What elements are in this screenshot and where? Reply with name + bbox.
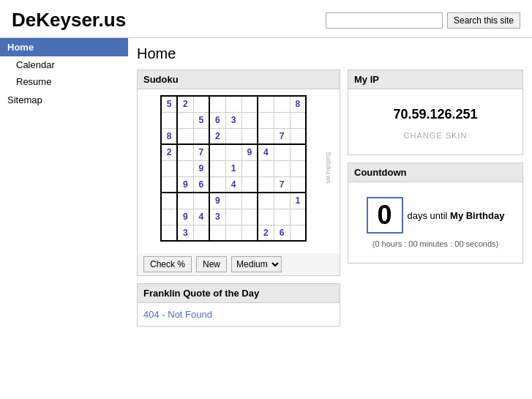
check-button[interactable]: Check % [143, 256, 192, 272]
sudoku-cell[interactable]: 4 [193, 209, 209, 225]
sudoku-cell[interactable] [209, 176, 225, 193]
sudoku-cell[interactable]: 3 [209, 209, 225, 225]
search-button[interactable]: Search this site [447, 12, 520, 29]
sudoku-cell[interactable] [177, 160, 193, 176]
sudoku-cell[interactable] [258, 112, 274, 128]
sudoku-cell[interactable] [209, 96, 225, 112]
sudoku-cell[interactable] [290, 128, 306, 144]
countdown-panel: Countdown 0 days until My Birthday [348, 163, 523, 264]
sudoku-cell[interactable] [193, 193, 209, 209]
sudoku-cell[interactable] [193, 225, 209, 241]
sudoku-cell[interactable] [161, 209, 177, 225]
sudoku-cell[interactable] [258, 160, 274, 176]
sudoku-cell[interactable] [274, 209, 290, 225]
sidebar-item-sitemap[interactable]: Sitemap [0, 90, 128, 110]
sudoku-cell[interactable] [225, 193, 241, 209]
sudoku-cell[interactable] [258, 128, 274, 144]
sudoku-cell[interactable]: 2 [209, 128, 225, 144]
sudoku-cell[interactable]: 9 [177, 176, 193, 193]
sudoku-cell[interactable] [177, 128, 193, 144]
sudoku-cell[interactable]: 7 [193, 144, 209, 160]
sudoku-cell[interactable]: 6 [274, 225, 290, 241]
sudoku-cell[interactable] [177, 144, 193, 160]
sudoku-cell[interactable] [193, 128, 209, 144]
sudoku-cell[interactable]: 9 [193, 160, 209, 176]
sudoku-cell[interactable]: 1 [225, 160, 241, 176]
sudoku-cell[interactable] [241, 128, 258, 144]
sudoku-cell[interactable] [177, 193, 193, 209]
sudoku-cell[interactable]: 9 [177, 209, 193, 225]
search-input[interactable] [326, 12, 443, 29]
sudoku-cell[interactable] [290, 176, 306, 193]
sudoku-cell[interactable]: 4 [258, 144, 274, 160]
sudoku-cell[interactable] [290, 112, 306, 128]
sudoku-cell[interactable]: 7 [274, 128, 290, 144]
sidebar: Home Calendar Resume Sitemap [0, 38, 128, 334]
sudoku-cell[interactable] [225, 128, 241, 144]
sidebar-item-resume[interactable]: Resume [0, 73, 128, 90]
sudoku-cell[interactable] [274, 96, 290, 112]
change-skin-label[interactable]: CHANGE SKIN [354, 128, 517, 149]
sudoku-cell[interactable] [290, 144, 306, 160]
sidebar-item-home[interactable]: Home [0, 38, 128, 56]
sudoku-cell[interactable] [241, 112, 258, 128]
sudoku-cell[interactable]: 3 [225, 112, 241, 128]
sudoku-cell[interactable] [241, 225, 258, 241]
site-title: DeKeyser.us [12, 9, 126, 31]
sidebar-item-calendar[interactable]: Calendar [0, 56, 128, 73]
countdown-body: 0 days until My Birthday (0 hours : 00 m… [354, 188, 517, 257]
sudoku-cell[interactable] [290, 209, 306, 225]
quote-link[interactable]: 404 - Not Found [143, 309, 212, 320]
sudoku-cell[interactable]: 2 [258, 225, 274, 241]
sudoku-cell[interactable]: 2 [177, 96, 193, 112]
difficulty-select[interactable]: EasyMediumHard [231, 256, 282, 272]
sudoku-cell[interactable]: 5 [161, 96, 177, 112]
sudoku-cell[interactable] [161, 112, 177, 128]
sudoku-cell[interactable] [241, 176, 258, 193]
sudoku-cell[interactable] [258, 193, 274, 209]
sudoku-cell[interactable] [161, 176, 177, 193]
sudoku-cell[interactable] [225, 225, 241, 241]
sudoku-cell[interactable] [258, 176, 274, 193]
sudoku-cell[interactable] [241, 209, 258, 225]
sudoku-cell[interactable] [209, 225, 225, 241]
sudoku-cell[interactable] [161, 225, 177, 241]
sudoku-cell[interactable] [209, 160, 225, 176]
sudoku-cell[interactable]: 7 [274, 176, 290, 193]
countdown-sub: (0 hours : 00 minutes : 00 seconds) [372, 239, 498, 248]
sudoku-cell[interactable] [241, 96, 258, 112]
sudoku-cell[interactable] [274, 144, 290, 160]
sudoku-cell[interactable] [274, 193, 290, 209]
sudoku-cell[interactable]: 9 [241, 144, 258, 160]
sudoku-cell[interactable]: 6 [193, 176, 209, 193]
new-button[interactable]: New [196, 256, 227, 272]
sudoku-cell[interactable]: 9 [209, 193, 225, 209]
sudoku-cell[interactable] [241, 160, 258, 176]
sudoku-cell[interactable] [225, 144, 241, 160]
sudoku-cell[interactable]: 8 [290, 96, 306, 112]
sudoku-cell[interactable] [177, 112, 193, 128]
sudoku-cell[interactable] [274, 112, 290, 128]
sudoku-cell[interactable]: 6 [209, 112, 225, 128]
sudoku-cell[interactable] [209, 144, 225, 160]
sudoku-cell[interactable]: 2 [161, 144, 177, 160]
sudoku-cell[interactable] [225, 96, 241, 112]
sudoku-cell[interactable] [274, 160, 290, 176]
sudoku-cell[interactable]: 8 [161, 128, 177, 144]
sudoku-cell[interactable]: 5 [193, 112, 209, 128]
sudoku-watermark: Sudoku.ws [323, 95, 334, 240]
sudoku-cell[interactable] [193, 96, 209, 112]
sudoku-cell[interactable]: 3 [177, 225, 193, 241]
sudoku-cell[interactable] [225, 209, 241, 225]
sudoku-cell[interactable] [161, 160, 177, 176]
sudoku-cell[interactable]: 1 [290, 193, 306, 209]
sudoku-cell[interactable] [241, 193, 258, 209]
sudoku-cell[interactable] [290, 225, 306, 241]
sudoku-cell[interactable] [161, 193, 177, 209]
sudoku-cell[interactable]: 4 [225, 176, 241, 193]
sudoku-cell[interactable] [290, 160, 306, 176]
header: DeKeyser.us Search this site [0, 0, 532, 38]
sudoku-cell[interactable] [258, 96, 274, 112]
quote-section: Franklin Quote of the Day 404 - Not Foun… [137, 283, 340, 327]
sudoku-cell[interactable] [258, 209, 274, 225]
